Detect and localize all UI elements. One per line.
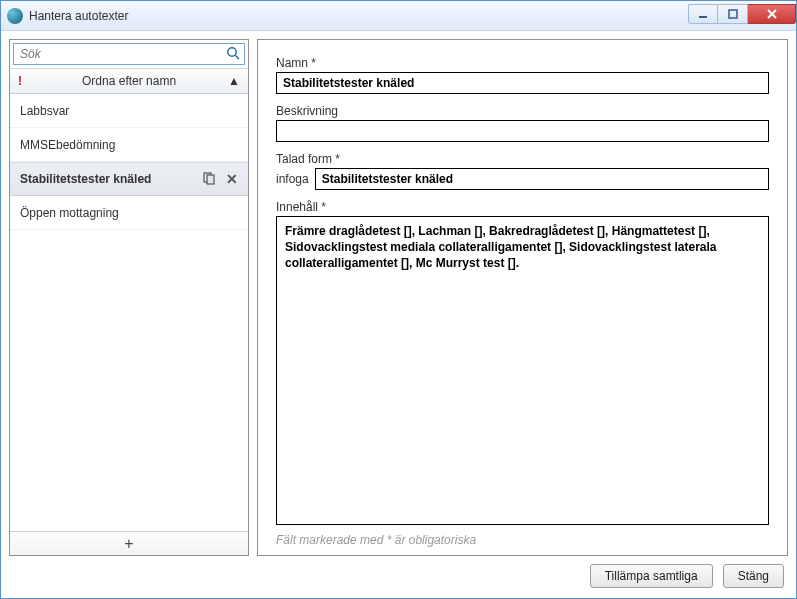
- left-panel: ! Ordna efter namn ▲ Labbsvar MMSEbedömn…: [9, 39, 249, 556]
- svg-line-3: [235, 55, 239, 59]
- search-input[interactable]: [18, 46, 226, 62]
- content-label: Innehåll *: [276, 200, 769, 214]
- svg-point-2: [228, 47, 236, 55]
- close-button[interactable]: [748, 4, 796, 24]
- apply-all-button[interactable]: Tillämpa samtliga: [590, 564, 713, 588]
- list-item[interactable]: Öppen mottagning: [10, 196, 248, 230]
- spoken-form-row: infoga: [276, 168, 769, 190]
- maximize-icon: [728, 9, 738, 19]
- description-label: Beskrivning: [276, 104, 769, 118]
- sort-arrow-icon: ▲: [228, 74, 240, 88]
- name-input[interactable]: [276, 72, 769, 94]
- list-item-label: Stabilitetstester knäled: [20, 172, 194, 186]
- svg-rect-0: [699, 16, 707, 18]
- warning-icon: !: [18, 74, 22, 88]
- right-panel: Namn * Beskrivning Talad form * infoga I…: [257, 39, 788, 556]
- window-frame: Hantera autotexter: [0, 0, 797, 599]
- remove-icon[interactable]: ✕: [226, 171, 238, 187]
- minimize-icon: [698, 9, 708, 19]
- spoken-form-prefix: infoga: [276, 172, 309, 186]
- minimize-button[interactable]: [688, 4, 718, 24]
- list-item[interactable]: Labbsvar: [10, 94, 248, 128]
- description-input[interactable]: [276, 120, 769, 142]
- required-note: Fält markerade med * är obligatoriska: [276, 533, 769, 547]
- svg-rect-5: [207, 175, 214, 184]
- spoken-form-input[interactable]: [315, 168, 769, 190]
- maximize-button[interactable]: [718, 4, 748, 24]
- duplicate-icon[interactable]: [202, 171, 216, 188]
- list-item[interactable]: Stabilitetstester knäled ✕: [10, 162, 248, 196]
- sort-label: Ordna efter namn: [30, 74, 228, 88]
- list-item-label: MMSEbedömning: [20, 138, 238, 152]
- search-icon[interactable]: [226, 46, 240, 63]
- plus-icon: +: [124, 535, 133, 553]
- list-item-label: Öppen mottagning: [20, 206, 238, 220]
- split-panels: ! Ordna efter namn ▲ Labbsvar MMSEbedömn…: [9, 39, 788, 556]
- list-item[interactable]: MMSEbedömning: [10, 128, 248, 162]
- content-textarea[interactable]: Främre draglådetest [], Lachman [], Bakr…: [276, 216, 769, 525]
- titlebar[interactable]: Hantera autotexter: [1, 1, 796, 31]
- window-buttons: [688, 4, 796, 26]
- name-label: Namn *: [276, 56, 769, 70]
- svg-rect-1: [729, 10, 737, 18]
- spoken-form-label: Talad form *: [276, 152, 769, 166]
- app-icon: [7, 8, 23, 24]
- client-area: ! Ordna efter namn ▲ Labbsvar MMSEbedömn…: [1, 31, 796, 598]
- search-wrap: [13, 43, 245, 65]
- close-dialog-button[interactable]: Stäng: [723, 564, 784, 588]
- window-title: Hantera autotexter: [29, 9, 688, 23]
- add-button[interactable]: +: [10, 531, 248, 555]
- close-icon: [766, 9, 778, 19]
- sort-header[interactable]: ! Ordna efter namn ▲: [10, 68, 248, 94]
- autotext-list: Labbsvar MMSEbedömning Stabilitetstester…: [10, 94, 248, 531]
- list-item-label: Labbsvar: [20, 104, 238, 118]
- footer: Tillämpa samtliga Stäng: [9, 564, 788, 590]
